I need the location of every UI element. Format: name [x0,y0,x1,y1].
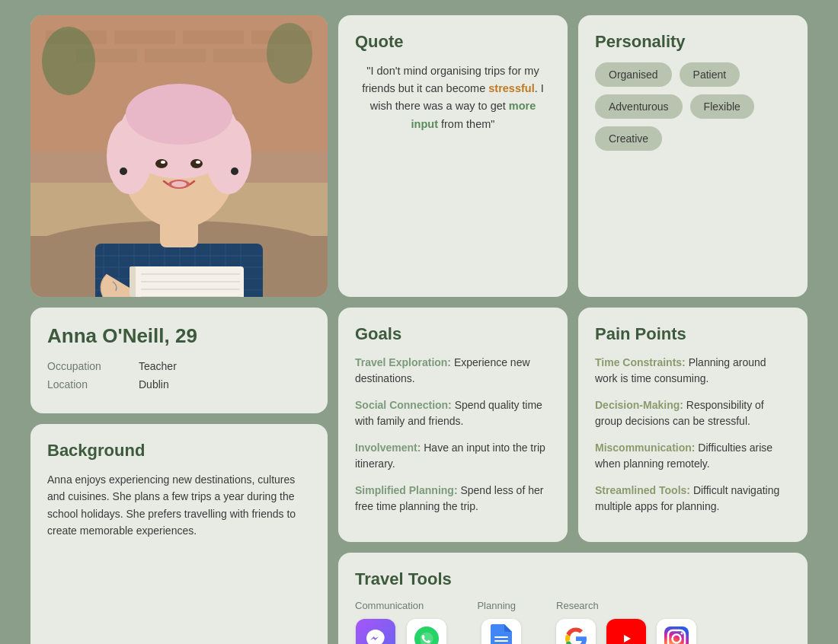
profile-occupation-row: Occupation Teacher [47,360,311,372]
goal-label-1: Travel Exploration: [355,356,451,368]
tools-communication-icons: Messenger WhatsApp [355,619,446,644]
tools-planning-icons: Google Docs [477,619,526,644]
pain-label-3: Miscommunication: [595,442,695,454]
photo-card [30,15,328,297]
tag-flexible: Flexible [690,94,754,119]
svg-point-40 [231,167,238,175]
background-card: Background Anna enjoys experiencing new … [30,424,328,644]
tools-planning: Planning [477,600,526,644]
occupation-label: Occupation [47,360,123,372]
occupation-value: Teacher [139,360,177,372]
svg-rect-52 [494,636,508,638]
svg-point-59 [681,633,683,635]
personality-tags: Organised Patient Adventurous Flexible C… [595,62,791,151]
pain-item-1: Time Constraints: Planning around work i… [595,355,791,387]
tag-patient: Patient [680,62,740,87]
svg-point-50 [267,23,312,84]
quote-card: Quote "I don't mind organising trips for… [338,15,568,297]
tool-gdocs: Google Docs [477,619,526,644]
travel-tools-title: Travel Tools [355,569,791,589]
svg-rect-53 [494,640,508,642]
location-label: Location [47,378,123,391]
quote-highlight-stressful: stressful [488,82,534,94]
svg-rect-8 [145,49,206,62]
svg-point-49 [42,27,95,95]
personality-card: Personality Organised Patient Adventurou… [578,15,808,297]
tag-adventurous: Adventurous [595,94,683,119]
tool-messenger: Messenger [355,619,396,644]
svg-rect-43 [130,266,136,297]
whatsapp-icon [407,619,446,644]
travel-tools-card: Travel Tools Communication [338,553,808,644]
profile-card: Anna O'Neill, 29 Occupation Teacher Loca… [30,308,328,413]
background-text: Anna enjoys experiencing new destination… [47,471,311,540]
tools-communication-label: Communication [355,600,446,611]
goal-item-1: Travel Exploration: Experience new desti… [355,355,551,387]
tool-instagram: Instagram [657,619,696,644]
tool-google: Google [556,619,596,644]
svg-point-39 [120,167,127,175]
svg-point-33 [126,84,232,145]
tools-research: Research Google [556,600,696,644]
svg-point-48 [171,181,187,187]
messenger-icon [356,619,395,644]
pain-label-2: Decision-Making: [595,399,683,411]
tools-research-label: Research [556,600,696,611]
goals-card: Goals Travel Exploration: Experience new… [338,308,568,542]
svg-point-36 [161,161,165,164]
goal-item-4: Simplified Planning: Spend less of her f… [355,483,551,515]
goal-item-2: Social Connection: Spend quality time wi… [355,397,551,429]
tools-categories: Communication [355,600,791,644]
svg-rect-5 [183,30,244,44]
tag-creative: Creative [595,126,662,151]
tools-research-icons: Google YouTube [556,619,696,644]
instagram-icon [657,619,696,644]
quote-text-after: from them" [438,118,494,130]
goal-item-3: Involvement: Have an input into the trip… [355,440,551,472]
pain-item-3: Miscommunication: Difficulties arise whe… [595,440,791,472]
tool-whatsapp: WhatsApp [407,619,446,644]
tag-organised: Organised [595,62,672,87]
gdocs-icon [481,619,521,644]
quote-text: "I don't mind organising trips for my fr… [355,62,551,133]
svg-rect-9 [213,49,274,62]
svg-point-37 [196,161,200,164]
goal-label-3: Involvement: [355,442,421,454]
background-title: Background [47,441,311,461]
youtube-icon [606,619,646,644]
goals-title: Goals [355,324,551,344]
goal-label-2: Social Connection: [355,399,452,411]
main-grid: Quote "I don't mind organising trips for… [30,15,808,644]
pain-item-2: Decision-Making: Responsibility of group… [595,397,791,429]
pain-label-1: Time Constraints: [595,356,686,368]
pain-points-title: Pain Points [595,324,791,344]
tools-planning-label: Planning [477,600,526,611]
svg-rect-24 [95,255,263,257]
svg-point-35 [190,159,203,168]
tool-youtube: YouTube [606,619,646,644]
goal-label-4: Simplified Planning: [355,484,458,496]
profile-location-row: Location Dublin [47,378,311,391]
quote-title: Quote [355,32,551,52]
pain-label-4: Streamlined Tools: [595,484,690,496]
profile-name: Anna O'Neill, 29 [47,324,311,348]
personality-title: Personality [595,32,791,52]
svg-point-34 [155,159,168,168]
pain-points-card: Pain Points Time Constraints: Planning a… [578,308,808,542]
google-icon [556,619,596,644]
tools-communication: Communication [355,600,446,644]
pain-item-4: Streamlined Tools: Difficult navigating … [595,483,791,515]
location-value: Dublin [139,378,169,391]
outer-card: Quote "I don't mind organising trips for… [15,0,823,644]
svg-rect-4 [114,30,175,44]
